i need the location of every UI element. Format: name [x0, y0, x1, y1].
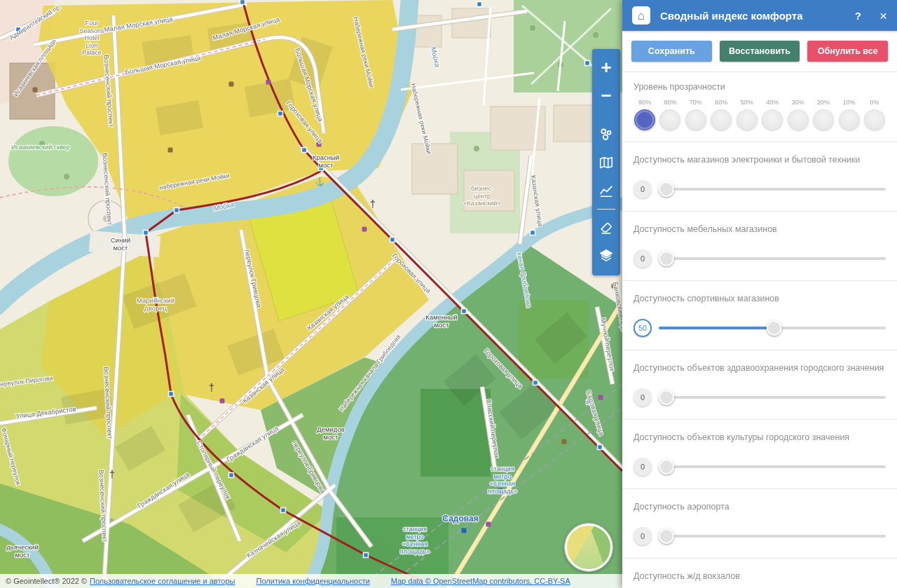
shop-icon: [266, 80, 271, 85]
museum-icon: [33, 88, 38, 93]
opacity-option-label: 80%: [659, 99, 681, 106]
opacity-option-label: 60%: [710, 99, 732, 106]
opacity-option-label: 40%: [761, 99, 783, 106]
opacity-circle[interactable]: [788, 109, 809, 130]
museum-icon: [168, 148, 173, 153]
anchor-icon: ⚓: [315, 177, 324, 186]
opacity-circle[interactable]: [864, 109, 885, 130]
metro-icon: [462, 528, 467, 533]
slider-label: Доступность спортивных магазинов: [634, 293, 886, 304]
slider-value-badge: 50: [634, 319, 652, 337]
opacity-circle[interactable]: [659, 109, 680, 130]
opacity-circle[interactable]: [737, 109, 758, 130]
attribution-copyright: © Geointellect® 2022 ©: [6, 577, 87, 585]
slider[interactable]: [659, 388, 886, 406]
opacity-option-50[interactable]: 50%: [736, 99, 758, 130]
map-icon: [598, 155, 614, 170]
slider-row: 50: [634, 319, 886, 337]
eraser-icon: [598, 220, 614, 235]
opacity-option-label: 90%: [634, 99, 656, 106]
slider-handle[interactable]: [659, 459, 674, 474]
slider-label: Доступность мебельных магазинов: [634, 224, 886, 235]
overview-minimap[interactable]: [565, 524, 612, 571]
slider-track[interactable]: [659, 188, 886, 191]
slider[interactable]: [659, 527, 886, 545]
slider-handle[interactable]: [659, 528, 674, 544]
app-root: †††⚓ Адмиралтейский пр.FourSeasonsHotelL…: [0, 0, 897, 588]
slider[interactable]: [659, 319, 886, 337]
slider-track[interactable]: [659, 535, 886, 538]
slider-track[interactable]: [659, 257, 886, 260]
terms-link[interactable]: Пользовательское соглашение и авторы: [90, 577, 235, 585]
zoom-in-button[interactable]: +: [592, 53, 620, 81]
close-button[interactable]: ×: [879, 9, 887, 22]
opacity-option-10[interactable]: 10%: [838, 99, 861, 130]
slider-track[interactable]: [659, 465, 886, 468]
opacity-option-80[interactable]: 80%: [659, 99, 681, 130]
slider[interactable]: [659, 180, 886, 198]
opacity-option-label: 20%: [812, 99, 835, 106]
opacity-option-40[interactable]: 40%: [761, 99, 783, 130]
map-label: станцияметро«Сеннаяплощадь»: [488, 465, 518, 495]
map-area[interactable]: †††⚓ Адмиралтейский пр.FourSeasonsHotelL…: [0, 0, 622, 588]
slider-handle[interactable]: [767, 320, 782, 336]
slider-label: Доступность магазинов электроники и быто…: [634, 154, 886, 165]
chart-icon: [598, 183, 614, 198]
save-button[interactable]: Сохранить: [631, 41, 712, 62]
slider-track[interactable]: [659, 396, 886, 399]
chart-tool-button[interactable]: [592, 177, 620, 205]
help-button[interactable]: ?: [855, 10, 861, 22]
map-label: станцияметро«Сеннаяплощадь»: [400, 526, 430, 555]
actions-row: Сохранить Восстановить Обнулить все: [622, 31, 897, 71]
layers-icon: [598, 248, 614, 264]
map-label: Исаакиевский сквер: [11, 144, 70, 151]
opacity-option-20[interactable]: 20%: [812, 99, 835, 130]
home-icon: ⌂: [638, 10, 645, 22]
museum-icon: [562, 439, 567, 444]
slider-handle[interactable]: [659, 390, 674, 405]
opacity-option-label: 0%: [863, 99, 886, 106]
opacity-option-0[interactable]: 0%: [863, 99, 886, 130]
slider-row: 0: [634, 458, 886, 476]
slider-value-badge: 0: [634, 180, 652, 198]
map-canvas[interactable]: †††⚓ Адмиралтейский пр.FourSeasonsHotelL…: [0, 0, 622, 588]
opacity-circle[interactable]: [685, 109, 706, 130]
slider-handle[interactable]: [659, 182, 674, 197]
slider-label: Доступность ж/д вокзалов: [634, 570, 886, 582]
map-toolbar: +−: [592, 49, 620, 275]
slider-section: Доступность ж/д вокзалов 0: [622, 558, 897, 588]
slider-label: Доступность объектов культуры городского…: [634, 432, 886, 443]
reset-all-button[interactable]: Обнулить все: [807, 41, 888, 62]
cluster-icon: [598, 127, 614, 142]
map-style-button[interactable]: [592, 149, 620, 177]
slider-handle[interactable]: [659, 251, 674, 266]
cluster-tool-button[interactable]: [592, 121, 620, 149]
opacity-circle[interactable]: [634, 109, 655, 130]
minus-icon: −: [601, 86, 611, 104]
slider[interactable]: [659, 458, 886, 476]
zoom-out-button[interactable]: −: [592, 81, 620, 109]
opacity-option-90[interactable]: 90%: [634, 99, 656, 130]
toolbar-divider: [597, 209, 615, 210]
eraser-tool-button[interactable]: [592, 214, 620, 242]
slider-section: Доступность магазинов электроники и быто…: [622, 142, 897, 211]
opacity-circle[interactable]: [813, 109, 834, 130]
opacity-option-70[interactable]: 70%: [685, 99, 707, 130]
layers-tool-button[interactable]: [592, 242, 620, 270]
opacity-circle[interactable]: [839, 109, 860, 130]
attribution-bar: © Geointellect® 2022 © Пользовательское …: [0, 574, 622, 588]
slider-label: Доступность аэропорта: [634, 501, 886, 512]
osm-link[interactable]: Map data © OpenStreetMap contributors, C…: [391, 577, 570, 585]
slider-row: 0: [634, 388, 886, 406]
opacity-circle[interactable]: [711, 109, 732, 130]
opacity-option-60[interactable]: 60%: [710, 99, 732, 130]
opacity-option-label: 70%: [685, 99, 707, 106]
privacy-link[interactable]: Политика конфиденциальности: [256, 577, 370, 585]
opacity-circle[interactable]: [762, 109, 783, 130]
restore-button[interactable]: Восстановить: [720, 41, 800, 62]
shop-icon: [598, 395, 603, 400]
home-button[interactable]: ⌂: [632, 6, 650, 25]
map-label: Синиймост: [111, 236, 130, 252]
slider[interactable]: [659, 249, 886, 268]
opacity-option-30[interactable]: 30%: [787, 99, 809, 130]
